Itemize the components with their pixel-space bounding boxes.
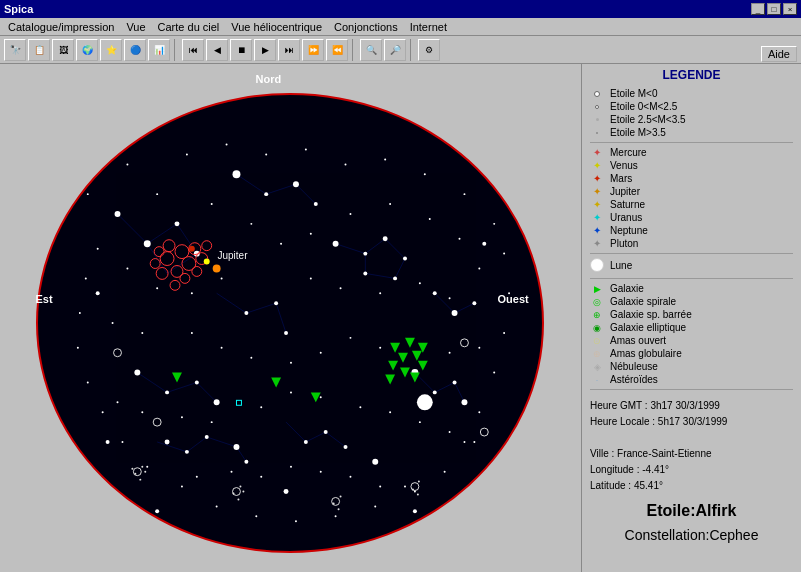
svg-point-117 bbox=[349, 213, 351, 215]
svg-point-81 bbox=[185, 153, 187, 155]
legend-star-4: Etoile M>3.5 bbox=[590, 127, 793, 138]
svg-point-108 bbox=[76, 347, 78, 349]
legend-panel: LEGENDE Etoile M<0 Etoile 0<M<2.5 Etoile… bbox=[581, 64, 801, 572]
window-controls[interactable]: _ □ × bbox=[751, 3, 797, 15]
sky-area[interactable]: Nord Est Ouest bbox=[0, 64, 581, 572]
svg-line-32 bbox=[434, 382, 454, 392]
svg-point-38 bbox=[232, 170, 240, 178]
toolbar-zoom-out[interactable]: 🔎 bbox=[384, 39, 406, 61]
close-button[interactable]: × bbox=[783, 3, 797, 15]
svg-line-24 bbox=[157, 442, 187, 452]
legend-divider-3 bbox=[590, 278, 793, 279]
svg-point-158 bbox=[319, 471, 321, 473]
legend-star-3: Etoile 2.5<M<3.5 bbox=[590, 114, 793, 125]
svg-point-44 bbox=[213, 399, 219, 405]
svg-point-154 bbox=[195, 476, 197, 478]
saturn-icon: ✦ bbox=[590, 199, 604, 210]
maximize-button[interactable]: □ bbox=[767, 3, 781, 15]
svg-point-53 bbox=[313, 202, 317, 206]
svg-point-140 bbox=[379, 347, 381, 349]
venus-icon: ✦ bbox=[590, 160, 604, 171]
toolbar-play-back[interactable]: ◀ bbox=[206, 39, 228, 61]
svg-point-208 bbox=[480, 428, 488, 436]
svg-point-134 bbox=[190, 332, 192, 334]
svg-line-22 bbox=[434, 293, 454, 313]
legend-mercury-label: Mercure bbox=[610, 147, 647, 158]
toolbar-btn-6[interactable]: 🔵 bbox=[124, 39, 146, 61]
svg-line-11 bbox=[246, 303, 276, 313]
minimize-button[interactable]: _ bbox=[751, 3, 765, 15]
menu-catalogue[interactable]: Catalogue/impression bbox=[2, 19, 120, 35]
svg-point-72 bbox=[452, 380, 456, 384]
svg-point-164 bbox=[181, 257, 195, 271]
toolbar-btn-3[interactable]: 🖼 bbox=[52, 39, 74, 61]
svg-point-121 bbox=[478, 267, 480, 269]
menu-internet[interactable]: Internet bbox=[404, 19, 453, 35]
toolbar-settings[interactable]: ⚙ bbox=[418, 39, 440, 61]
svg-point-202 bbox=[332, 502, 334, 504]
svg-point-196 bbox=[239, 486, 241, 488]
svg-point-99 bbox=[334, 515, 336, 517]
menu-carte[interactable]: Carte du ciel bbox=[152, 19, 226, 35]
svg-point-116 bbox=[309, 233, 311, 235]
legend-neptune-label: Neptune bbox=[610, 225, 648, 236]
svg-line-31 bbox=[414, 373, 434, 393]
toolbar-play-next[interactable]: ⏭ bbox=[278, 39, 300, 61]
svg-line-5 bbox=[167, 254, 197, 274]
galaxie-barred-icon: ⊕ bbox=[590, 310, 604, 320]
toolbar-btn-2[interactable]: 📋 bbox=[28, 39, 50, 61]
toolbar-btn-1[interactable]: 🔭 bbox=[4, 39, 26, 61]
svg-line-15 bbox=[196, 382, 216, 402]
sky-circle[interactable]: Jupiter bbox=[36, 93, 544, 553]
nebuleuse-icon: ◈ bbox=[590, 362, 604, 372]
sky-canvas[interactable]: Nord Est Ouest bbox=[26, 73, 556, 563]
svg-line-18 bbox=[385, 239, 405, 259]
toolbar-play-stop[interactable]: ⏹ bbox=[230, 39, 252, 61]
legend-divider-4 bbox=[590, 389, 793, 390]
legend-amas-globulaire-label: Amas globulaire bbox=[610, 348, 682, 359]
moon-icon bbox=[590, 258, 604, 272]
menu-conjonctions[interactable]: Conjonctions bbox=[328, 19, 404, 35]
svg-line-2 bbox=[117, 214, 147, 244]
galaxie-icon: ▶ bbox=[590, 284, 604, 294]
svg-point-85 bbox=[344, 163, 346, 165]
legend-jupiter-label: Jupiter bbox=[610, 186, 640, 197]
svg-point-56 bbox=[284, 331, 288, 335]
svg-point-105 bbox=[121, 441, 123, 443]
svg-point-149 bbox=[359, 406, 361, 408]
svg-point-210 bbox=[460, 339, 468, 347]
amas-ouvert-icon: ⊙ bbox=[590, 336, 604, 346]
svg-rect-212 bbox=[236, 400, 241, 405]
menu-vue[interactable]: Vue bbox=[120, 19, 151, 35]
toolbar-fast-bwd[interactable]: ⏪ bbox=[326, 39, 348, 61]
toolbar-play-prev[interactable]: ⏮ bbox=[182, 39, 204, 61]
svg-point-98 bbox=[374, 505, 376, 507]
svg-point-190 bbox=[141, 466, 143, 468]
legend-pluto: ✦ Pluton bbox=[590, 238, 793, 249]
toolbar-btn-4[interactable]: 🌍 bbox=[76, 39, 98, 61]
svg-point-152 bbox=[448, 431, 450, 433]
svg-line-13 bbox=[137, 373, 167, 393]
svg-point-102 bbox=[215, 505, 217, 507]
pluto-icon: ✦ bbox=[590, 238, 604, 249]
svg-point-127 bbox=[339, 287, 341, 289]
svg-point-211 bbox=[113, 349, 121, 357]
toolbar-btn-7[interactable]: 📊 bbox=[148, 39, 170, 61]
uranus-icon: ✦ bbox=[590, 212, 604, 223]
svg-point-173 bbox=[170, 280, 180, 290]
toolbar-play-fwd[interactable]: ▶ bbox=[254, 39, 276, 61]
legend-moon-label: Lune bbox=[610, 260, 632, 271]
svg-point-153 bbox=[473, 441, 475, 443]
svg-point-75 bbox=[482, 242, 486, 246]
toolbar-zoom-in[interactable]: 🔍 bbox=[360, 39, 382, 61]
svg-point-46 bbox=[233, 444, 239, 450]
toolbar-fast-fwd[interactable]: ⏩ bbox=[302, 39, 324, 61]
svg-line-16 bbox=[335, 244, 365, 254]
svg-point-189 bbox=[133, 468, 141, 476]
svg-marker-181 bbox=[388, 361, 398, 371]
svg-point-71 bbox=[432, 390, 436, 394]
legend-star-3-label: Etoile 2.5<M<3.5 bbox=[610, 114, 686, 125]
svg-point-122 bbox=[126, 267, 128, 269]
toolbar-btn-5[interactable]: ⭐ bbox=[100, 39, 122, 61]
menu-heliocentrique[interactable]: Vue héliocentrique bbox=[225, 19, 328, 35]
